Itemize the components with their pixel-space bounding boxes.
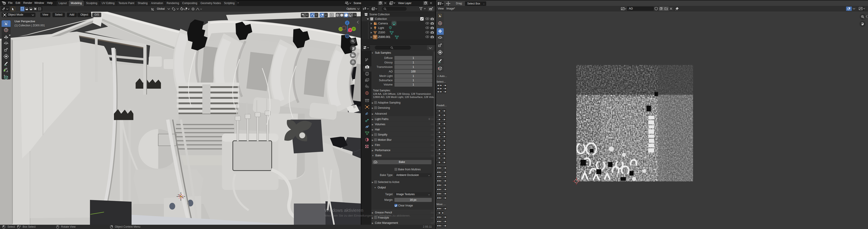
- svg-text:Y: Y: [353, 28, 354, 30]
- svg-text:X: X: [349, 29, 351, 31]
- svg-text:Z: Z: [346, 22, 348, 24]
